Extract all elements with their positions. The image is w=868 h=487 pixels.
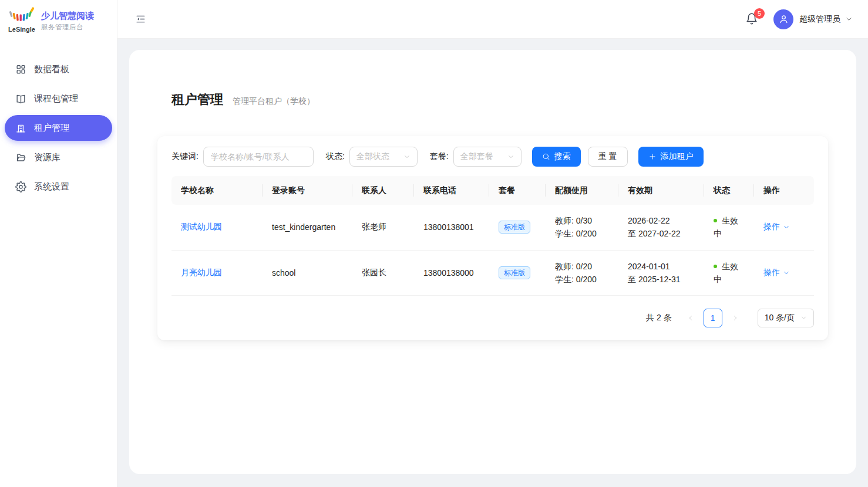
cell-contact: 张老师 [352, 205, 414, 250]
gear-icon [15, 181, 26, 192]
tenant-table: 学校名称 登录账号 联系人 联系电话 套餐 配额使用 有效期 状态 操作 测试幼… [171, 176, 814, 296]
chevron-down-icon [845, 15, 853, 23]
sidebar-item-label: 数据看板 [34, 64, 69, 75]
page-title: 租户管理 [171, 91, 223, 109]
chevron-down-icon [800, 314, 807, 321]
add-tenant-button[interactable]: 添加租户 [638, 147, 704, 167]
building-icon [15, 123, 26, 134]
status-dot-icon [714, 219, 717, 222]
status-label: 状态: [326, 151, 345, 162]
user-icon [778, 13, 789, 25]
cell-validity: 2026-02-22 至 2027-02-22 [618, 205, 704, 250]
cell-account: school [263, 250, 352, 295]
folder-icon [15, 152, 26, 163]
keyword-input[interactable] [203, 147, 314, 167]
chevron-down-icon [507, 153, 514, 160]
menu-fold-button[interactable] [133, 12, 148, 27]
book-icon [15, 93, 26, 104]
next-page-button[interactable] [727, 309, 743, 327]
cell-phone: 13800138000 [414, 250, 489, 295]
notification-badge: 5 [754, 8, 765, 19]
col-phone: 联系电话 [414, 176, 489, 205]
sidebar-item-settings[interactable]: 系统设置 [5, 174, 112, 199]
main-content: 租户管理 管理平台租户（学校） 关键词: 状态: 全部状态 套餐: 全 [117, 39, 868, 487]
cell-contact: 张园长 [352, 250, 414, 295]
chevron-down-icon [783, 224, 790, 231]
row-actions-dropdown[interactable]: 操作 [763, 268, 790, 278]
col-school: 学校名称 [171, 176, 263, 205]
sidebar-item-label: 课程包管理 [34, 93, 78, 104]
sidebar-item-label: 租户管理 [34, 123, 69, 134]
lesingle-logo-icon: LeSingle [8, 6, 35, 35]
sidebar-item-tenants[interactable]: 租户管理 [5, 115, 112, 141]
brand-logo: LeSingle 少儿智慧阅读 服务管理后台 [0, 0, 117, 41]
page-subtitle: 管理平台租户（学校） [233, 96, 315, 107]
status-select-value: 全部状态 [356, 151, 389, 162]
svg-text:LeSingle: LeSingle [8, 26, 35, 33]
prev-page-button[interactable] [682, 309, 699, 327]
col-actions: 操作 [754, 176, 814, 205]
status-select[interactable]: 全部状态 [349, 147, 418, 167]
plan-badge: 标准版 [499, 266, 530, 279]
row-actions-dropdown[interactable]: 操作 [763, 222, 790, 232]
cell-validity: 2024-01-01 至 2025-12-31 [618, 250, 704, 295]
brand-title: 少儿智慧阅读 [41, 10, 94, 21]
plan-select[interactable]: 全部套餐 [453, 147, 522, 167]
reset-button[interactable]: 重 置 [588, 147, 628, 167]
sidebar-item-label: 系统设置 [34, 181, 69, 192]
menu-fold-icon [135, 13, 146, 25]
col-validity: 有效期 [618, 176, 704, 205]
cell-quota: 教师: 0/20 学生: 0/200 [546, 250, 618, 295]
col-status: 状态 [704, 176, 754, 205]
topbar: 5 超级管理员 [117, 0, 868, 39]
sidebar-item-label: 资源库 [34, 152, 60, 163]
filter-bar: 关键词: 状态: 全部状态 套餐: 全部套餐 [171, 147, 814, 167]
cell-phone: 13800138001 [414, 205, 489, 250]
page-header: 租户管理 管理平台租户（学校） [171, 91, 828, 109]
avatar[interactable] [773, 9, 793, 29]
col-quota: 配额使用 [546, 176, 618, 205]
chevron-down-icon [403, 153, 411, 160]
chevron-right-icon [732, 314, 739, 322]
brand-subtitle: 服务管理后台 [41, 23, 94, 32]
sidebar: LeSingle 少儿智慧阅读 服务管理后台 数据看板 课程包管理 [0, 0, 117, 487]
search-icon [542, 153, 550, 161]
user-name[interactable]: 超级管理员 [799, 14, 840, 25]
chevron-down-icon [783, 269, 790, 276]
search-button[interactable]: 搜索 [532, 147, 581, 167]
table-header: 学校名称 登录账号 联系人 联系电话 套餐 配额使用 有效期 状态 操作 [171, 176, 814, 205]
plan-label: 套餐: [430, 151, 449, 162]
status-dot-icon [714, 265, 717, 268]
pagination-total: 共 2 条 [646, 313, 672, 323]
page-size-value: 10 条/页 [765, 313, 795, 323]
table-row: 月亮幼儿园 school 张园长 13800138000 标准版 教师: 0/2… [171, 250, 814, 295]
cell-account: test_kindergarten [263, 205, 352, 250]
col-plan: 套餐 [489, 176, 546, 205]
sidebar-item-dashboard[interactable]: 数据看板 [5, 56, 112, 82]
cell-quota: 教师: 0/30 学生: 0/200 [546, 205, 618, 250]
status-badge: 生效中 [714, 216, 738, 238]
plan-badge: 标准版 [499, 221, 530, 234]
school-link[interactable]: 测试幼儿园 [181, 222, 222, 231]
user-menu-chevron[interactable] [845, 15, 853, 23]
col-account: 登录账号 [263, 176, 352, 205]
plan-select-value: 全部套餐 [460, 151, 493, 162]
pagination: 共 2 条 1 10 条/页 [171, 309, 814, 327]
sidebar-item-resources[interactable]: 资源库 [5, 144, 112, 170]
page-1-button[interactable]: 1 [704, 309, 722, 327]
tenant-panel: 关键词: 状态: 全部状态 套餐: 全部套餐 [157, 136, 828, 340]
plus-icon [648, 153, 657, 161]
dashboard-icon [15, 64, 26, 75]
school-link[interactable]: 月亮幼儿园 [181, 268, 222, 277]
table-row: 测试幼儿园 test_kindergarten 张老师 13800138001 … [171, 205, 814, 250]
sidebar-nav: 数据看板 课程包管理 租户管理 资源库 [0, 41, 117, 199]
status-badge: 生效中 [714, 262, 738, 284]
keyword-label: 关键词: [171, 151, 199, 162]
sidebar-item-course-packages[interactable]: 课程包管理 [5, 86, 112, 111]
content-card: 租户管理 管理平台租户（学校） 关键词: 状态: 全部状态 套餐: 全 [129, 50, 856, 474]
chevron-left-icon [687, 314, 694, 322]
page-size-select[interactable]: 10 条/页 [758, 309, 814, 327]
notifications-button[interactable]: 5 [745, 12, 759, 26]
col-contact: 联系人 [352, 176, 414, 205]
